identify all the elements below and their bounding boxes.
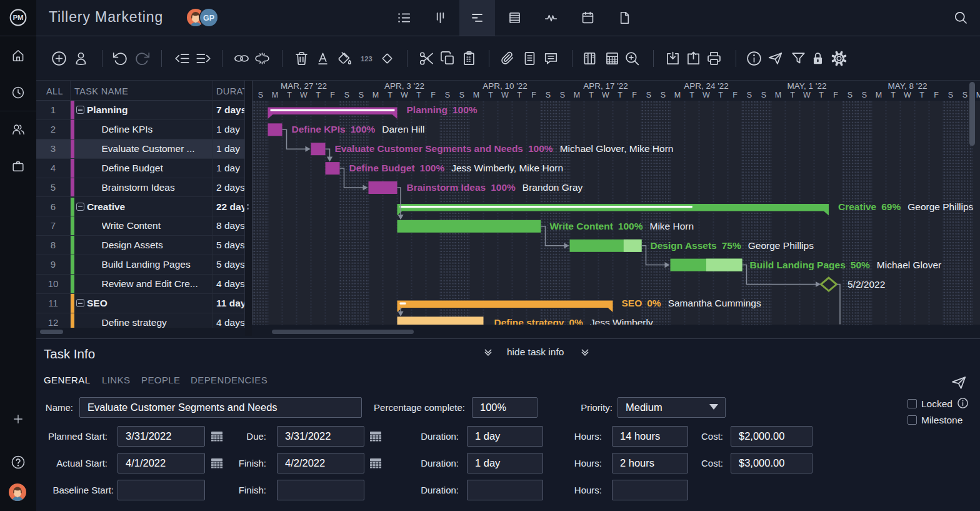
svg-text:GP: GP <box>203 14 214 23</box>
svg-text:123: 123 <box>361 54 372 62</box>
svg-text:PM: PM <box>12 14 23 21</box>
